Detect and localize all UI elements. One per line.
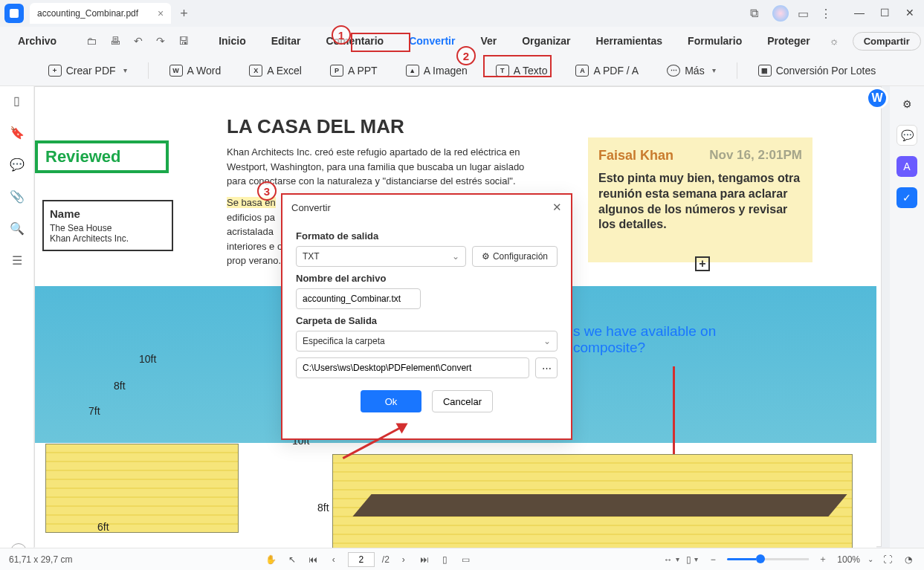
annotation-marker-2: 2 (456, 46, 476, 65)
word-badge-icon[interactable]: W (866, 87, 888, 109)
check-icon[interactable]: ✓ (896, 187, 917, 208)
dialog-close-icon[interactable]: ✕ (552, 201, 562, 214)
annotation-marker-3: 3 (257, 181, 277, 201)
batch-convert-button[interactable]: ▦Conversión Por Lotes (751, 60, 884, 81)
annotation-marker-1: 1 (332, 25, 351, 45)
menu-editar[interactable]: Editar (261, 30, 311, 51)
red-arrow-to-ok-icon (343, 415, 418, 459)
sliders-icon[interactable]: ⚙ (896, 94, 917, 114)
view-mode-icon[interactable]: ▯ (685, 553, 699, 566)
config-button[interactable]: ⚙Configuración (472, 246, 558, 267)
app-logo-icon (4, 4, 24, 23)
file-menu[interactable]: Archivo (7, 30, 67, 51)
menu-inicio[interactable]: Inicio (208, 30, 256, 51)
layers-icon[interactable]: ☰ (12, 253, 22, 268)
filename-input[interactable] (296, 288, 421, 309)
dialog-title: Convertir (291, 202, 331, 213)
folder-mode-select[interactable]: Especifica la carpeta (296, 331, 558, 352)
undo-icon[interactable]: ↶ (129, 32, 147, 50)
to-word-button[interactable]: WA Word (162, 60, 229, 81)
single-page-icon[interactable]: ▯ (439, 553, 452, 566)
to-excel-button[interactable]: XA Excel (242, 60, 309, 81)
menu-proteger[interactable]: Proteger (757, 30, 821, 51)
attachment-icon[interactable]: 📎 (10, 190, 25, 204)
batch-icon: ▦ (758, 65, 772, 77)
page-total: /2 (382, 554, 390, 565)
next-page-icon[interactable]: › (397, 553, 410, 566)
convert-dialog: Convertir ✕ Formato de salida TXT ⚙Confi… (281, 193, 572, 440)
doc-paragraph-1: Khan Architects Inc. creó este refugio a… (227, 145, 539, 189)
create-pdf-button[interactable]: ＋Crear PDF (41, 60, 135, 81)
bookmark-icon[interactable]: 🔖 (10, 126, 25, 140)
window-stack-icon[interactable]: ⧉ (750, 7, 763, 20)
reading-mode-icon[interactable]: ◔ (902, 553, 915, 566)
sticky-author: Faisal Khan (598, 148, 673, 163)
folder-label: Carpeta de Salida (296, 315, 558, 326)
ai-chat-icon[interactable]: 💬 (896, 125, 917, 146)
highlight-box-a-texto (483, 55, 552, 77)
new-tab-button[interactable]: + (180, 6, 188, 22)
doc-heading: LA CASA DEL MAR (227, 115, 404, 138)
notes-icon[interactable]: ▭ (798, 7, 811, 20)
search-icon[interactable]: 🔍 (10, 221, 25, 236)
two-page-icon[interactable]: ▭ (459, 553, 473, 566)
right-sidebar: ⚙ 💬 A ✓ (890, 86, 924, 560)
ai-a-icon[interactable]: A (896, 156, 917, 177)
menu-organizar[interactable]: Organizar (511, 30, 581, 51)
folder-path-input[interactable] (296, 357, 529, 378)
name-box: Name The Sea House Khan Architects Inc. (42, 200, 173, 251)
pdfa-icon: A (575, 65, 589, 77)
left-sidebar: ▯ 🔖 💬 📎 🔍 ☰ (0, 86, 34, 560)
more-button[interactable]: ⋯Más (659, 60, 723, 81)
sticky-date: Nov 16, 2:01PM (709, 148, 802, 163)
open-file-icon[interactable]: 🗀 (82, 32, 101, 50)
format-label: Formato de salida (296, 230, 558, 242)
fit-width-icon[interactable]: ↔ (665, 553, 678, 566)
cancel-button[interactable]: Cancelar (432, 390, 493, 412)
maximize-button[interactable]: ☐ (875, 7, 894, 20)
excel-icon: X (249, 65, 262, 77)
document-tab[interactable]: accounting_Combinar.pdf × (30, 3, 171, 24)
lightbulb-icon[interactable]: ☼ (825, 32, 844, 50)
titlebar: accounting_Combinar.pdf × + ⧉ ▭ ⋮ ― ☐ ✕ (0, 0, 924, 27)
expand-note-icon[interactable]: + (695, 256, 710, 271)
fullscreen-icon[interactable]: ⛶ (881, 553, 894, 566)
minimize-button[interactable]: ― (850, 7, 869, 20)
menu-ver[interactable]: Ver (470, 30, 507, 51)
redo-icon[interactable]: ↷ (152, 32, 169, 50)
select-tool-icon[interactable]: ↖ (285, 553, 299, 566)
zoom-in-icon[interactable]: ＋ (816, 553, 830, 566)
save-icon[interactable]: 🖫 (174, 32, 193, 50)
user-avatar-icon[interactable] (772, 5, 789, 22)
highlight-box-convertir (351, 33, 410, 52)
share-button[interactable]: Compartir (853, 32, 921, 51)
zoom-out-icon[interactable]: − (706, 553, 720, 566)
prev-page-icon[interactable]: ‹ (327, 553, 340, 566)
plus-icon: ＋ (48, 65, 62, 77)
browse-folder-button[interactable]: ⋯ (535, 357, 558, 378)
close-window-button[interactable]: ✕ (900, 7, 920, 20)
page-thumb-icon[interactable]: ▯ (13, 94, 20, 108)
sticky-note[interactable]: Faisal Khan Nov 16, 2:01PM Esto pinta mu… (588, 137, 812, 262)
page-number-input[interactable] (348, 552, 375, 567)
to-ppt-button[interactable]: PA PPT (323, 60, 385, 81)
comment-panel-icon[interactable]: 💬 (10, 158, 25, 172)
first-page-icon[interactable]: ⏮ (306, 553, 320, 566)
word-icon: W (169, 65, 183, 77)
tab-close-icon[interactable]: × (158, 7, 164, 19)
tab-title: accounting_Combinar.pdf (37, 8, 138, 19)
print-icon[interactable]: 🖶 (106, 32, 125, 50)
zoom-slider[interactable] (727, 558, 809, 560)
statusbar: 61,71 x 29,7 cm ✋ ↖ ⏮ ‹ /2 › ⏭ ▯ ▭ ↔ ▯ −… (0, 548, 924, 570)
to-pdfa-button[interactable]: AA PDF / A (568, 60, 646, 81)
menu-herramientas[interactable]: Herramientas (586, 30, 673, 51)
format-select[interactable]: TXT (296, 246, 466, 267)
last-page-icon[interactable]: ⏭ (418, 553, 431, 566)
annotation-question: s we have available on composite? (573, 323, 774, 356)
hand-tool-icon[interactable]: ✋ (265, 553, 278, 566)
ok-button[interactable]: Ok (361, 390, 421, 412)
menu-formulario[interactable]: Formulario (677, 30, 752, 51)
more-vertical-icon[interactable]: ⋮ (820, 7, 833, 20)
zoom-value: 100% (837, 554, 860, 565)
gear-icon: ⚙ (482, 251, 490, 262)
